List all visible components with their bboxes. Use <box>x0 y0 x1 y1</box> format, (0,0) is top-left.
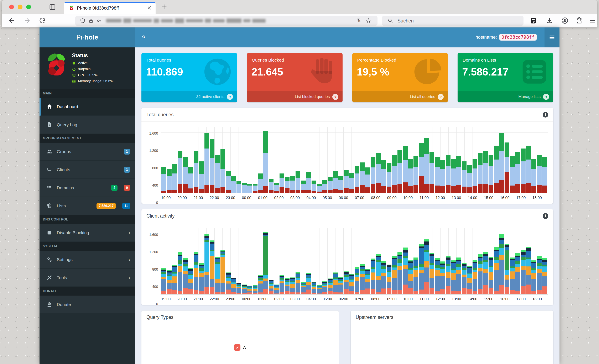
key-icon[interactable] <box>96 18 102 24</box>
arrow-circle-icon <box>438 94 444 100</box>
globe-icon <box>201 55 234 89</box>
sidebar-item-donate[interactable]: $Donate <box>40 296 135 314</box>
browser-tab[interactable]: Pi-hole 0fd38cd798ff <box>64 2 156 14</box>
sidebar-item-groups[interactable]: Groups1 <box>40 143 135 161</box>
sidebar-item-tools[interactable]: Tools‹ <box>40 269 135 287</box>
translate-icon[interactable]: A <box>356 18 362 24</box>
x-axis: 19:0020:0021:0022:0023:0000:0001:0002:00… <box>160 193 548 203</box>
check-icon <box>235 346 239 349</box>
sidebar-item-label: Settings <box>57 257 73 262</box>
badge: 7.586.217 <box>97 203 116 209</box>
sidebar-item-lists[interactable]: Lists7.586.21711 <box>40 197 135 215</box>
search-bar[interactable]: Suchen <box>382 16 523 26</box>
sidebar-item-label: Query Log <box>57 122 77 127</box>
x-tick-label: 09:00 <box>387 196 396 200</box>
legend-label[interactable]: A <box>243 345 246 350</box>
sidebar-item-label: Disable Blocking <box>57 230 89 235</box>
panel-title: Query Types <box>146 314 174 320</box>
panel-total-queries: Total queries i 04008001.2001.600 19:002… <box>141 108 553 204</box>
back-button[interactable] <box>8 17 15 24</box>
sidebar-item-domains[interactable]: Domains40 <box>40 179 135 197</box>
info-icon[interactable]: i <box>543 213 548 219</box>
x-tick-label: 10:00 <box>403 297 413 302</box>
status-row: 90q/min <box>72 67 113 71</box>
bookmark-star-icon[interactable] <box>366 18 371 24</box>
new-tab-button[interactable] <box>160 3 168 10</box>
x-tick-label: 00:00 <box>242 196 251 200</box>
info-icon[interactable]: i <box>543 112 548 117</box>
status-rows: Active90q/minCPU: 20.9%Memory usage: 56.… <box>72 61 113 83</box>
sidebar-item-disable-blocking[interactable]: Disable Blocking‹ <box>40 224 135 242</box>
desktop: { "browser": { "tab_title": "Pi-hole 0fd… <box>0 0 599 364</box>
panel-query-types: Query Types A <box>141 311 339 364</box>
badge: 11 <box>122 203 130 209</box>
sidebar: Status Active90q/minCPU: 20.9%Memory usa… <box>40 47 135 364</box>
x-tick-label: 11:00 <box>420 196 429 200</box>
bars <box>160 228 548 294</box>
x-tick-label: 15:00 <box>484 297 493 302</box>
downloads-icon[interactable] <box>546 17 553 24</box>
svg-text:$: $ <box>49 302 50 305</box>
circle-icon <box>72 61 76 65</box>
browser-menu-icon[interactable] <box>589 17 596 24</box>
sidebar-item-dashboard[interactable]: Dashboard <box>40 98 135 116</box>
minimize-window-button[interactable] <box>18 5 22 9</box>
arrow-circle-icon <box>227 94 233 100</box>
x-axis: 19:0020:0021:0022:0023:0000:0001:0002:00… <box>160 294 548 304</box>
hand-icon <box>308 55 340 87</box>
x-tick-label: 16:00 <box>500 196 510 200</box>
lock-icon[interactable] <box>88 18 94 24</box>
pihole-logo <box>44 53 69 80</box>
maximize-window-button[interactable] <box>26 5 31 9</box>
card-link-all-queries[interactable]: List all queries <box>352 91 448 102</box>
sidebar-item-label: Tools <box>57 275 67 280</box>
sidebar-item-settings[interactable]: Settings‹ <box>40 251 135 269</box>
card-title: Domains on Lists <box>463 58 496 62</box>
donate-icon: $ <box>47 302 52 307</box>
x-tick-label: 20:00 <box>177 297 187 302</box>
active-tab-indicator <box>64 2 156 3</box>
sidebar-item-clients[interactable]: Clients1 <box>40 161 135 179</box>
chevron-left-icon: ‹ <box>129 257 130 263</box>
app-menu-button[interactable] <box>545 27 559 47</box>
sidebar-menu: MAINDashboardQuery LogGROUP MANAGEMENTGr… <box>40 89 135 314</box>
y-tick-label: 400 <box>152 183 158 188</box>
close-window-button[interactable] <box>9 5 14 9</box>
sidebar-toggle-icon[interactable] <box>49 3 56 11</box>
cpu-icon <box>72 73 76 77</box>
status-row: Memory usage: 56.6% <box>72 79 113 83</box>
card-footer-label: Manage lists <box>518 94 541 99</box>
sidebar-collapse-button[interactable]: « <box>142 32 146 40</box>
url-bar[interactable]: A <box>75 16 378 26</box>
toolbar-separator <box>584 17 584 25</box>
tracking-protection-shield-icon[interactable] <box>80 18 86 24</box>
extensions-puzzle-icon[interactable] <box>575 17 582 24</box>
pihole-favicon <box>69 6 74 11</box>
sidebar-section-label: SYSTEM <box>40 242 135 251</box>
account-icon[interactable] <box>561 17 569 24</box>
card-link-active-clients[interactable]: 32 active clients <box>141 91 237 102</box>
app-logo[interactable]: Pi-hole <box>40 27 135 47</box>
x-tick-label: 17:00 <box>516 196 526 200</box>
x-tick-label: 15:00 <box>484 196 493 200</box>
close-tab-icon[interactable] <box>146 5 152 11</box>
forward-button[interactable] <box>23 17 31 24</box>
container-icon[interactable] <box>529 17 537 24</box>
card-footer-label: 32 active clients <box>196 94 224 99</box>
home-icon <box>47 104 52 109</box>
x-tick-label: 06:00 <box>339 196 348 200</box>
checkbox-checked[interactable] <box>234 344 240 351</box>
card-link-blocked-queries[interactable]: List blocked queries <box>247 91 343 102</box>
sidebar-item-query-log[interactable]: Query Log <box>40 116 135 134</box>
browser-window: Pi-hole 0fd38cd798ff A Suchen <box>2 0 597 27</box>
card-link-manage-lists[interactable]: Manage lists <box>458 91 553 102</box>
reload-button[interactable] <box>39 17 46 24</box>
badge: 1 <box>124 167 130 173</box>
sidebar-section-label: MAIN <box>40 89 135 98</box>
status-title: Status <box>72 53 113 58</box>
y-tick-label: 1.200 <box>149 250 158 254</box>
hostname-label: hostname: <box>476 35 497 40</box>
card-title: Total queries <box>146 58 171 62</box>
query-types-legend-item[interactable]: A <box>141 344 339 351</box>
y-tick-label: 0 <box>156 302 158 306</box>
